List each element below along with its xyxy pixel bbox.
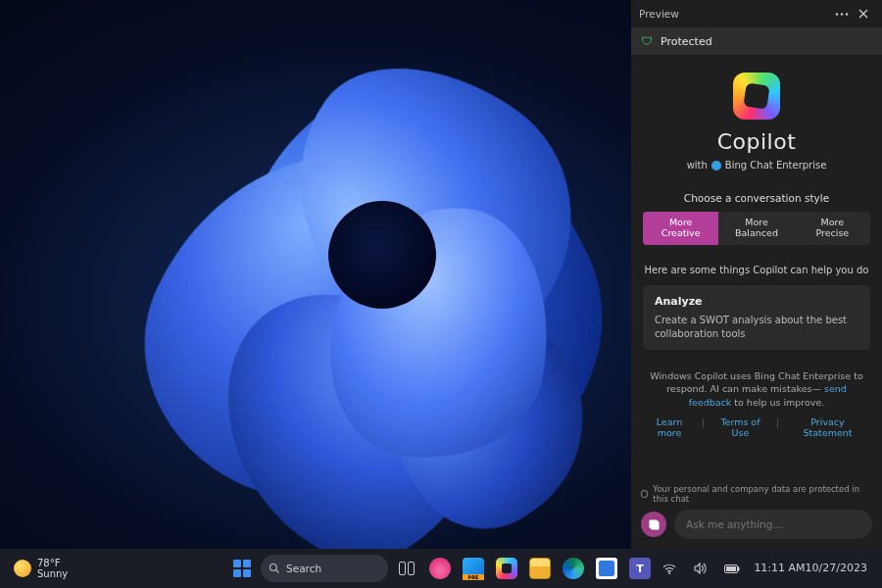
copilot-subtitle: with Bing Chat Enterprise [643, 160, 870, 171]
wallpaper-bloom [78, 29, 627, 549]
suggestion-card-analyze[interactable]: Analyze Create a SWOT analysis about the… [643, 285, 870, 350]
pinned-app-preview[interactable] [459, 554, 488, 583]
svg-rect-6 [726, 566, 736, 571]
copilot-header-title: Preview [639, 8, 679, 20]
protection-ring-icon [641, 490, 648, 498]
protected-banner: 🛡 Protected [631, 27, 882, 55]
style-precise-button[interactable]: MorePrecise [795, 212, 870, 245]
copilot-title: Copilot [643, 129, 870, 154]
new-topic-button[interactable] [641, 512, 666, 537]
footer-protected-note: Your personal and company data are prote… [641, 484, 872, 504]
teams-button[interactable] [625, 554, 655, 583]
legal-links: Learn more| Terms of Use| Privacy Statem… [643, 416, 870, 438]
privacy-statement-link[interactable]: Privacy Statement [785, 416, 870, 438]
svg-point-0 [836, 13, 838, 15]
search-icon [269, 563, 280, 574]
chat-input[interactable] [686, 518, 860, 530]
conversation-style-selector: MoreCreative MoreBalanced MorePrecise [643, 212, 870, 245]
svg-point-1 [841, 13, 843, 15]
microsoft-store-button[interactable] [592, 554, 621, 583]
battery-icon[interactable] [717, 554, 747, 583]
task-view-button[interactable] [392, 554, 421, 583]
copilot-header: Preview [631, 0, 882, 27]
copilot-footer: Your personal and company data are prote… [631, 478, 882, 549]
style-creative-button[interactable]: MoreCreative [643, 212, 718, 245]
protected-label: Protected [661, 35, 712, 48]
shield-icon: 🛡 [641, 34, 653, 48]
pinned-app-lotus[interactable] [425, 554, 455, 583]
file-explorer-button[interactable] [525, 554, 555, 583]
svg-rect-7 [738, 566, 740, 570]
copilot-taskbar-button[interactable] [492, 554, 521, 583]
disclaimer-text: Windows Copilot uses Bing Chat Enterpris… [645, 369, 868, 409]
more-options-button[interactable] [831, 3, 853, 24]
conversation-style-label: Choose a conversation style [643, 192, 870, 204]
desktop-wallpaper[interactable]: Preview 🛡 Protected Copilot with Bing Ch… [0, 0, 882, 549]
bing-icon [711, 161, 721, 171]
suggestion-card-title: Analyze [655, 295, 858, 308]
volume-icon[interactable] [686, 554, 715, 583]
svg-point-2 [846, 13, 848, 15]
copilot-logo-icon [733, 73, 780, 120]
suggestion-card-text: Create a SWOT analysis about the best co… [655, 314, 858, 340]
edge-button[interactable] [559, 554, 588, 583]
search-placeholder: Search [286, 563, 321, 574]
clock-date[interactable]: 11:11 AM 10/27/2023 [749, 554, 872, 583]
weather-sunny-icon [14, 560, 31, 577]
style-balanced-button[interactable]: MoreBalanced [718, 212, 794, 245]
terms-of-use-link[interactable]: Terms of Use [710, 416, 770, 438]
chat-input-container[interactable] [674, 510, 872, 539]
learn-more-link[interactable]: Learn more [643, 416, 696, 438]
svg-point-3 [270, 564, 277, 571]
search-box[interactable]: Search [261, 555, 388, 582]
start-button[interactable] [227, 554, 257, 583]
close-button[interactable] [853, 3, 874, 24]
taskbar: 78°FSunny Search 11:11 AM 10/27/2023 [0, 549, 882, 588]
copilot-panel: Preview 🛡 Protected Copilot with Bing Ch… [631, 0, 882, 549]
svg-point-4 [668, 572, 670, 574]
weather-widget[interactable]: 78°FSunny [10, 554, 72, 583]
wifi-icon[interactable] [655, 554, 684, 583]
suggestions-intro: Here are some things Copilot can help yo… [643, 265, 870, 275]
